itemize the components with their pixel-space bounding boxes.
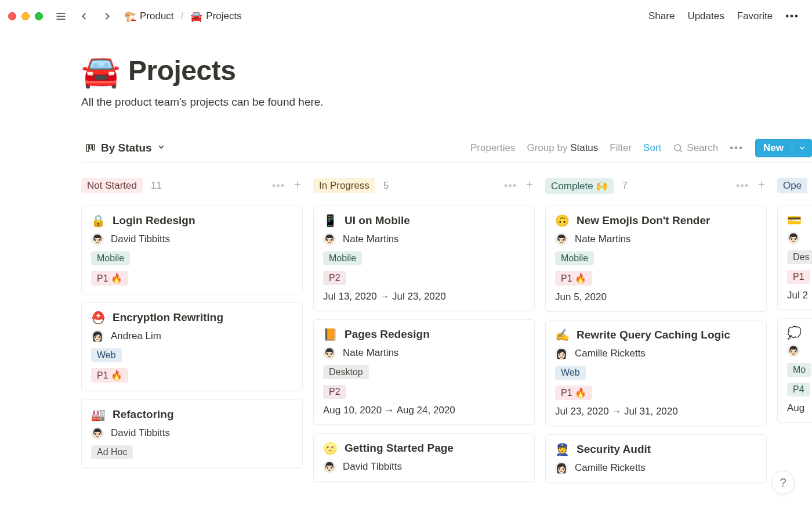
card-tag: P1 🔥 bbox=[91, 368, 128, 383]
card-tag: Web bbox=[91, 348, 122, 362]
card-title: Pages Redesign bbox=[345, 328, 430, 341]
column-add-button[interactable] bbox=[524, 179, 535, 192]
board-card[interactable]: ✍️Rewrite Query Caching Logic👩🏻Camille R… bbox=[545, 320, 767, 426]
arrow-left-icon bbox=[78, 10, 90, 22]
column-more-button[interactable]: ••• bbox=[272, 181, 285, 191]
card-tag: P2 bbox=[323, 271, 346, 285]
nav-back-button[interactable] bbox=[75, 8, 93, 25]
avatar: 👨🏻 bbox=[787, 344, 800, 357]
card-person-row: 👩🏻Camille Ricketts bbox=[555, 347, 757, 360]
group-by-button[interactable]: Group by Status bbox=[527, 142, 598, 154]
card-tag: P2 bbox=[323, 385, 346, 399]
column-add-button[interactable] bbox=[292, 179, 303, 192]
help-button[interactable]: ? bbox=[771, 471, 795, 494]
column-status-pill[interactable]: Complete 🙌 bbox=[545, 178, 614, 194]
card-tag-row: P1 🔥 bbox=[555, 271, 757, 286]
card-title-row: 📙Pages Redesign bbox=[323, 328, 525, 341]
card-title: New Emojis Don't Render bbox=[577, 214, 710, 227]
column-more-button[interactable]: ••• bbox=[504, 181, 517, 191]
card-tag-row: P1 🔥 bbox=[91, 271, 293, 286]
board-card[interactable]: 💳👨🏻DesP1 Jul 2 bbox=[777, 206, 812, 310]
column-status-pill[interactable]: Ope bbox=[777, 178, 807, 193]
card-tag: Web bbox=[555, 366, 586, 380]
board-card[interactable]: 📙Pages Redesign👨🏻Nate MartinsDesktopP2Au… bbox=[313, 319, 535, 425]
zoom-window-button[interactable] bbox=[35, 12, 43, 20]
column-status-pill[interactable]: Not Started bbox=[81, 178, 143, 193]
avatar: 👨🏻 bbox=[323, 347, 336, 359]
share-button[interactable]: Share bbox=[648, 10, 675, 22]
card-title: Encryption Rewriting bbox=[113, 311, 223, 324]
card-person-name: David Tibbitts bbox=[111, 427, 170, 439]
card-icon: 🌝 bbox=[323, 442, 338, 454]
card-title-row: 👮Security Audit bbox=[555, 443, 757, 456]
board-column: Complete 🙌7•••🙃New Emojis Don't Render👨🏻… bbox=[545, 174, 767, 483]
column-add-button[interactable] bbox=[756, 179, 767, 192]
card-tag: Mo bbox=[787, 363, 811, 377]
card-title: Login Redesign bbox=[113, 214, 195, 227]
card-tag-row: Mobile bbox=[323, 251, 525, 265]
avatar: 👨🏻 bbox=[323, 460, 336, 473]
board-card[interactable]: 💭👨🏻MoP4Aug bbox=[777, 318, 812, 423]
page-title[interactable]: Projects bbox=[128, 55, 235, 87]
board-card[interactable]: 🌝Getting Started Page👨🏻David Tibbitts bbox=[313, 433, 535, 482]
card-icon: 🏭 bbox=[91, 409, 106, 420]
new-button[interactable]: New bbox=[755, 139, 812, 157]
column-count: 11 bbox=[151, 180, 162, 192]
search-button[interactable]: Search bbox=[673, 142, 718, 154]
avatar: 👨🏻 bbox=[555, 233, 568, 246]
properties-button[interactable]: Properties bbox=[470, 142, 515, 154]
sort-button[interactable]: Sort bbox=[643, 142, 661, 154]
board-card[interactable]: 🙃New Emojis Don't Render👨🏻Nate MartinsMo… bbox=[545, 206, 767, 312]
card-title: Getting Started Page bbox=[345, 442, 454, 455]
card-tag-row: Web bbox=[91, 348, 293, 362]
breadcrumb-product-label: Product bbox=[140, 10, 174, 22]
breadcrumb-product[interactable]: 🏗️ Product bbox=[122, 9, 176, 24]
card-person-row: 👨🏻Nate Martins bbox=[323, 347, 525, 359]
close-window-button[interactable] bbox=[8, 12, 16, 20]
board-card[interactable]: 👮Security Audit👩🏻Camille Ricketts bbox=[545, 434, 767, 483]
view-more-button[interactable]: ••• bbox=[730, 142, 744, 154]
search-icon bbox=[673, 143, 683, 153]
hamburger-icon bbox=[55, 10, 67, 22]
minimize-window-button[interactable] bbox=[21, 12, 30, 20]
card-person-name: Nate Martins bbox=[575, 233, 630, 245]
breadcrumb-projects[interactable]: 🚘 Projects bbox=[188, 9, 244, 24]
card-tag: Ad Hoc bbox=[91, 445, 133, 459]
nav-forward-button[interactable] bbox=[99, 8, 116, 25]
updates-button[interactable]: Updates bbox=[687, 10, 724, 22]
card-tag-row: Mo bbox=[787, 363, 812, 377]
column-status-pill[interactable]: In Progress bbox=[313, 178, 375, 193]
sidebar-toggle-button[interactable] bbox=[52, 8, 70, 25]
board-card[interactable]: ⛑️Encryption Rewriting👩🏻Andrea LimWebP1 … bbox=[81, 302, 303, 391]
board-card[interactable]: 🔒Login Redesign👨🏻David TibbittsMobileP1 … bbox=[81, 206, 303, 294]
card-tag-row: P2 bbox=[323, 385, 525, 399]
avatar: 👨🏻 bbox=[91, 427, 104, 439]
card-title-row: 📱UI on Mobile bbox=[323, 214, 525, 227]
card-icon: ✍️ bbox=[555, 329, 570, 341]
plus-icon bbox=[524, 179, 535, 190]
card-tag: P1 bbox=[787, 270, 810, 284]
chevron-down-icon bbox=[798, 144, 806, 152]
favorite-button[interactable]: Favorite bbox=[737, 10, 773, 22]
card-icon: 💭 bbox=[787, 327, 802, 338]
filter-button[interactable]: Filter bbox=[610, 142, 632, 154]
card-tag-row: P2 bbox=[323, 271, 525, 285]
card-tag-row: Des bbox=[787, 250, 812, 264]
column-header: Complete 🙌7••• bbox=[545, 174, 767, 197]
view-select[interactable]: By Status bbox=[81, 139, 169, 157]
page-subtitle[interactable]: All the product team's projects can be f… bbox=[81, 96, 812, 109]
column-more-button[interactable]: ••• bbox=[736, 181, 749, 191]
plus-icon bbox=[292, 179, 303, 190]
card-person-name: Andrea Lim bbox=[111, 330, 161, 342]
board-card[interactable]: 🏭Refactoring👨🏻David TibbittsAd Hoc bbox=[81, 399, 303, 468]
card-icon: 🔒 bbox=[91, 215, 106, 226]
card-tag-row: P1 bbox=[787, 270, 812, 284]
card-title-row: 🌝Getting Started Page bbox=[323, 442, 525, 455]
card-tag-row: P1 🔥 bbox=[91, 368, 293, 383]
more-menu-button[interactable]: ••• bbox=[785, 10, 799, 22]
board: Not Started11•••🔒Login Redesign👨🏻David T… bbox=[81, 174, 812, 506]
board-card[interactable]: 📱UI on Mobile👨🏻Nate MartinsMobileP2Jul 1… bbox=[313, 206, 535, 311]
page-icon[interactable]: 🚘 bbox=[81, 55, 120, 87]
avatar: 👨🏻 bbox=[323, 233, 336, 246]
new-button-caret[interactable] bbox=[792, 139, 812, 157]
